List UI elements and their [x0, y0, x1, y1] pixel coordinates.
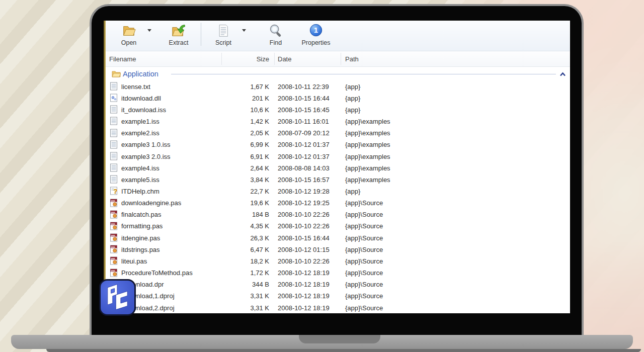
- cell-size: 6,99 K: [181, 141, 269, 148]
- cell-path: {app}\examples: [345, 129, 390, 137]
- toolbar-button-label: Open: [121, 39, 137, 46]
- pas-file-icon: pas: [110, 199, 118, 207]
- table-row[interactable]: example3 1.0.iss6,99 K2008-10-12 01:37{a…: [106, 139, 570, 150]
- doc-file-icon: [110, 175, 118, 184]
- cell-date: 2008-10-12 18:19: [278, 292, 330, 300]
- archive-viewer-window: OpenExtractScriptFind1Properties Filenam…: [104, 21, 570, 313]
- column-header-filename[interactable]: Filename: [109, 51, 136, 66]
- cell-path: {app}\Source: [345, 281, 383, 288]
- toolbar-button-open[interactable]: Open: [113, 21, 145, 46]
- cell-filename: itdstrings.pas: [121, 245, 160, 253]
- table-row[interactable]: pasfinalcatch.pas184 B2008-10-10 22:26{a…: [106, 209, 570, 220]
- pas-file-icon: pas: [110, 222, 118, 230]
- pc-logo-icon: [101, 281, 134, 314]
- pas-file-icon: pas: [110, 233, 118, 242]
- cell-size: 1,67 K: [181, 82, 269, 90]
- toolbar-button-label: Properties: [302, 39, 331, 46]
- column-separator[interactable]: [341, 53, 341, 65]
- table-row[interactable]: pasitdengine.pas26,3 K2008-10-15 16:44{a…: [106, 232, 570, 243]
- table-row[interactable]: pasitdownload.dpr344 B2008-10-12 18:19{a…: [106, 279, 570, 290]
- properties-badge-icon: 1: [308, 23, 324, 39]
- cell-date: 2008-10-15 16:44: [278, 94, 330, 102]
- cell-filename: example2.iss: [121, 129, 159, 137]
- cell-date: 2008-10-12 01:15: [278, 245, 330, 253]
- cell-size: 18,2 K: [181, 257, 269, 265]
- svg-text:pas: pas: [111, 222, 115, 225]
- table-row[interactable]: ?ITDHelp.chm22,7 K2008-10-12 19:28{app}: [106, 185, 570, 197]
- column-header-path[interactable]: Path: [345, 51, 359, 66]
- column-header-size[interactable]: Size: [181, 51, 269, 66]
- svg-text:1: 1: [314, 26, 318, 34]
- table-row[interactable]: pasliteui.pas18,2 K2008-10-10 22:26{app}…: [106, 255, 570, 267]
- cell-path: {app}\Source: [345, 222, 383, 230]
- toolbar-button-extract[interactable]: Extract: [163, 21, 195, 46]
- table-row[interactable]: pasdownloadengine.pas19,6 K2008-10-12 19…: [106, 197, 570, 209]
- cell-filename: example4.iss: [121, 164, 159, 171]
- cell-size: 344 B: [181, 281, 269, 288]
- dropdown-arrow-icon[interactable]: [145, 21, 154, 32]
- cell-path: {app}: [345, 94, 360, 102]
- table-row[interactable]: license.txt1,67 K2008-10-11 22:39{app}: [106, 80, 570, 92]
- column-separator[interactable]: [274, 53, 275, 65]
- cell-size: 1,72 K: [181, 269, 269, 277]
- toolbar-button-script[interactable]: Script: [207, 21, 239, 46]
- cell-path: {app}\Source: [345, 257, 383, 265]
- chevron-up-icon[interactable]: [559, 71, 566, 76]
- cell-filename: downloadengine.pas: [121, 199, 181, 207]
- table-row[interactable]: pasformatting.pas4,35 K2008-10-10 22:26{…: [106, 220, 570, 232]
- doc-file-icon: [110, 105, 118, 114]
- script-document-icon: [215, 23, 231, 39]
- cell-path: {app}\Source: [345, 269, 383, 277]
- group-header-application[interactable]: Application: [106, 67, 570, 80]
- svg-text:?: ?: [114, 188, 118, 195]
- table-row[interactable]: example4.iss2,64 K2008-08-08 14:03{app}\…: [106, 162, 570, 173]
- cell-filename: it_download.iss: [121, 106, 166, 113]
- cell-size: 1,42 K: [181, 118, 269, 125]
- pas-file-icon: pas: [110, 269, 118, 277]
- cell-date: 2008-10-15 16:44: [278, 234, 330, 241]
- table-row[interactable]: pasitdstrings.pas6,47 K2008-10-12 01:15{…: [106, 243, 570, 255]
- cell-size: 3,31 K: [181, 292, 269, 300]
- column-header-date[interactable]: Date: [278, 51, 291, 66]
- cell-size: 6,91 K: [181, 152, 269, 160]
- cell-size: 3,31 K: [181, 304, 269, 311]
- table-row[interactable]: it_download.iss10,6 K2008-10-15 16:45{ap…: [106, 104, 570, 115]
- cell-filename: finalcatch.pas: [121, 211, 162, 218]
- table-row[interactable]: example1.iss1,42 K2008-10-11 16:01{app}\…: [106, 115, 570, 127]
- doc-file-icon: [110, 117, 118, 125]
- cell-size: 2,64 K: [181, 164, 269, 171]
- table-row[interactable]: example5.iss3,84 K2008-10-15 16:57{app}\…: [106, 173, 570, 185]
- toolbar-button-label: Extract: [169, 39, 189, 46]
- svg-text:pas: pas: [111, 199, 115, 202]
- cell-size: 184 B: [181, 211, 269, 218]
- dropdown-arrow-icon[interactable]: [239, 21, 249, 32]
- toolbar-button-find[interactable]: Find: [260, 21, 292, 46]
- doc-file-icon: [110, 129, 118, 137]
- cell-path: {app}\examples: [345, 141, 390, 148]
- cell-size: 19,6 K: [181, 199, 269, 207]
- cell-filename: itdengine.pas: [121, 234, 160, 241]
- pc-logo-badge: [99, 279, 136, 316]
- table-row[interactable]: example3 2.0.iss6,91 K2008-10-12 01:37{a…: [106, 150, 570, 162]
- cell-size: 4,35 K: [181, 222, 269, 230]
- cell-filename: liteui.pas: [121, 257, 147, 265]
- cell-filename: example5.iss: [121, 175, 159, 183]
- cell-path: {app}\Source: [345, 211, 383, 218]
- table-row[interactable]: pasitdownload,1.dproj3,31 K2008-10-12 18…: [106, 290, 570, 302]
- table-row[interactable]: example2.iss2,05 K2008-07-09 20:12{app}\…: [106, 127, 570, 139]
- cell-size: 3,84 K: [181, 175, 269, 183]
- table-row[interactable]: itdownload.dll201 K2008-10-15 16:44{app}: [106, 92, 570, 104]
- pas-file-icon: pas: [110, 256, 118, 265]
- table-row[interactable]: pasitdownload,2.dproj3,31 K2008-10-12 18…: [106, 302, 570, 313]
- cell-path: {app}\Source: [345, 199, 383, 207]
- cell-date: 2008-10-12 19:25: [278, 199, 330, 207]
- cell-path: {app}\examples: [345, 152, 390, 160]
- svg-text:pas: pas: [111, 246, 115, 248]
- column-separator[interactable]: [221, 53, 222, 65]
- toolbar-button-properties[interactable]: 1Properties: [295, 21, 337, 46]
- svg-text:pas: pas: [111, 269, 115, 272]
- table-row[interactable]: pasProcedureToMethod.pas1,72 K2008-10-12…: [106, 267, 570, 279]
- cell-date: 2008-10-10 22:26: [278, 222, 330, 230]
- pas-file-icon: pas: [110, 245, 118, 253]
- cell-date: 2008-10-12 19:28: [278, 187, 330, 195]
